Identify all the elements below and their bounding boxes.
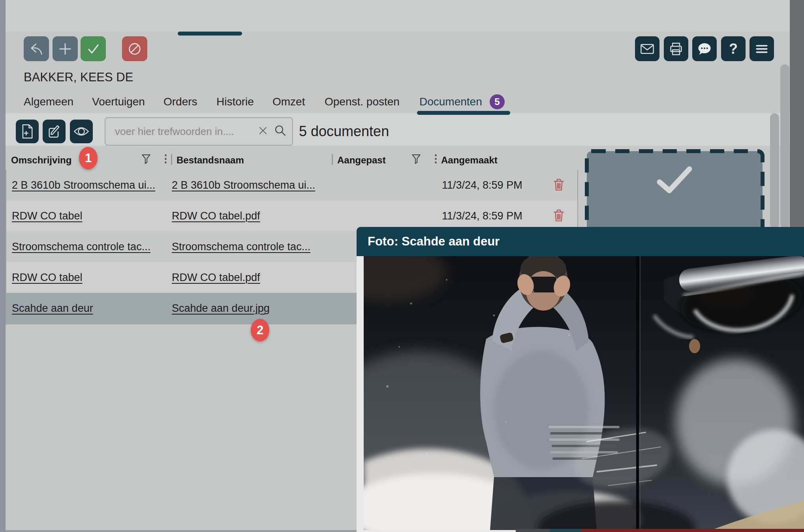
column-header-aangemaakt[interactable]: Aangemaakt xyxy=(441,155,498,166)
customer-name: BAKKER, KEES DE xyxy=(24,70,133,84)
column-divider xyxy=(332,154,333,165)
document-file-link[interactable]: Stroomschema controle tac... xyxy=(172,241,310,253)
printer-icon xyxy=(669,41,684,56)
cancel-button[interactable] xyxy=(122,36,147,61)
scrollbar-thumb[interactable] xyxy=(780,64,789,229)
column-header-omschrijving[interactable]: Omschrijving xyxy=(11,155,71,166)
menu-button[interactable] xyxy=(750,36,774,61)
table-row[interactable]: 2 B 3610b Stroomschema ui... 2 B 3610b S… xyxy=(6,170,577,201)
document-description-link[interactable]: RDW CO tabel xyxy=(12,272,83,284)
envelope-icon xyxy=(640,42,655,56)
filter-icon[interactable] xyxy=(411,154,421,166)
search-icon[interactable] xyxy=(274,124,287,139)
ban-icon xyxy=(127,41,143,57)
subtab-voertuigen[interactable]: Voertuigen xyxy=(92,96,145,108)
bottom-edge-segment xyxy=(550,529,581,532)
chat-icon xyxy=(697,41,712,56)
menu-icon xyxy=(755,43,769,55)
document-created-date: 11/3/24, 8:59 PM xyxy=(442,210,522,222)
document-file-link[interactable]: RDW CO tabel.pdf xyxy=(172,272,260,284)
dialog-header[interactable]: Foto: Scahde aan deur xyxy=(357,227,804,256)
active-tab-underline xyxy=(178,32,242,36)
new-document-icon xyxy=(20,124,34,139)
column-divider xyxy=(171,154,172,165)
edit-document-button[interactable] xyxy=(43,120,66,143)
view-document-icon xyxy=(73,125,90,138)
document-description-link[interactable]: Scahde aan deur xyxy=(12,302,93,315)
email-button[interactable] xyxy=(635,36,659,61)
column-menu-icon[interactable]: ⋮ xyxy=(430,152,441,165)
document-file-link[interactable]: Scahde aan deur.jpg xyxy=(172,302,270,315)
print-button[interactable] xyxy=(664,36,688,61)
relaties-app-window: Welkom Werkorders Relaties xyxy=(0,0,804,532)
photo-scahde-aan-deur xyxy=(364,256,804,530)
document-description-link[interactable]: RDW CO tabel xyxy=(12,210,83,222)
scrollbar-thumb[interactable] xyxy=(770,113,779,229)
window-edge xyxy=(6,530,357,532)
new-document-button[interactable] xyxy=(16,120,39,143)
document-count-label: 5 documenten xyxy=(299,123,389,140)
bottom-edge-segment xyxy=(516,529,550,532)
clear-search-icon[interactable] xyxy=(258,126,268,137)
search-input[interactable] xyxy=(114,125,258,138)
document-file-link[interactable]: 2 B 3610b Stroomschema ui... xyxy=(172,179,315,191)
delete-document-button[interactable] xyxy=(553,178,565,193)
subtab-openst-posten[interactable]: Openst. posten xyxy=(325,96,400,108)
document-file-link[interactable]: RDW CO tabel.pdf xyxy=(172,210,260,222)
column-menu-icon[interactable]: ⋮ xyxy=(160,152,171,165)
plus-icon xyxy=(57,41,73,57)
help-icon: ? xyxy=(729,41,738,57)
help-button[interactable]: ? xyxy=(721,36,746,61)
document-description-link[interactable]: 2 B 3610b Stroomschema ui... xyxy=(12,179,155,191)
subtab-omzet[interactable]: Omzet xyxy=(272,96,305,108)
undo-arrow-icon xyxy=(28,41,44,57)
subtab-orders[interactable]: Orders xyxy=(163,96,197,108)
step-1-badge: 1 xyxy=(79,147,98,169)
add-button[interactable] xyxy=(53,36,78,61)
column-header-aangepast[interactable]: Aangepast xyxy=(337,155,386,166)
edit-document-icon xyxy=(47,124,62,139)
column-header-bestandsnaam[interactable]: Bestandsnaam xyxy=(177,155,244,166)
active-subtab-underline xyxy=(417,111,510,115)
main-tab-bar xyxy=(0,0,804,32)
undo-button[interactable] xyxy=(24,36,49,61)
subtab-algemeen[interactable]: Algemeen xyxy=(24,96,73,108)
chat-button[interactable] xyxy=(692,36,717,61)
document-search-box xyxy=(105,117,293,146)
document-description-link[interactable]: Stroomschema controle tac... xyxy=(12,241,150,253)
check-icon xyxy=(655,164,694,199)
subtab-historie[interactable]: Historie xyxy=(216,96,254,108)
documenten-count-badge: 5 xyxy=(490,94,505,109)
delete-document-button[interactable] xyxy=(553,209,565,224)
view-document-button[interactable] xyxy=(70,120,93,143)
step-2-badge: 2 xyxy=(251,319,269,341)
filter-icon[interactable] xyxy=(141,154,151,166)
confirm-button[interactable] xyxy=(81,36,106,61)
subtab-documenten[interactable]: Documenten xyxy=(419,96,482,108)
bottom-edge-segment xyxy=(581,529,804,532)
photo-preview-dialog: Foto: Scahde aan deur xyxy=(357,227,804,532)
checkmark-icon xyxy=(85,41,101,57)
document-created-date: 11/3/24, 8:59 PM xyxy=(442,179,522,191)
window-edge xyxy=(0,0,6,532)
dialog-title: Foto: Scahde aan deur xyxy=(368,234,500,249)
